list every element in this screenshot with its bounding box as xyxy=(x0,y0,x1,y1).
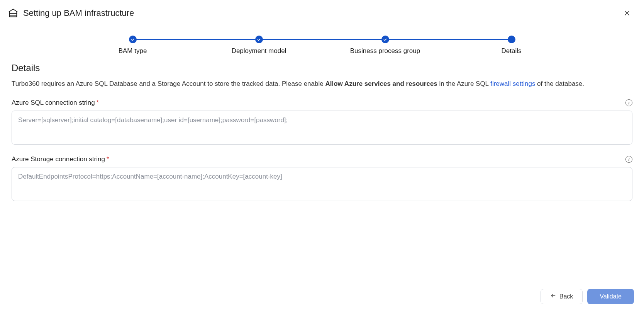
main-content: Details Turbo360 requires an Azure SQL D… xyxy=(0,59,644,203)
desc-text: of the database. xyxy=(535,80,584,87)
validate-button-label: Validate xyxy=(600,293,622,300)
section-heading: Details xyxy=(12,63,632,73)
required-asterisk: * xyxy=(107,156,109,162)
storage-icon xyxy=(8,8,19,19)
step-deployment-model[interactable]: Deployment model xyxy=(196,36,322,55)
storage-connection-label: Azure Storage connection string xyxy=(12,155,105,163)
step-circle-completed xyxy=(129,36,137,43)
field-label-wrap: Azure Storage connection string* xyxy=(12,155,109,163)
wizard-stepper: BAM type Deployment model Business proce… xyxy=(0,24,644,59)
page-title: Setting up BAM infrastructure xyxy=(23,8,134,18)
desc-bold: Allow Azure services and resources xyxy=(325,80,437,87)
storage-connection-input[interactable] xyxy=(12,167,632,201)
label-row: Azure SQL connection string* i xyxy=(12,99,632,107)
step-label: Details xyxy=(502,47,522,55)
step-bam-type[interactable]: BAM type xyxy=(69,36,196,55)
step-label: Deployment model xyxy=(232,47,286,55)
check-icon xyxy=(257,38,261,42)
step-connector xyxy=(385,39,512,40)
validate-button[interactable]: Validate xyxy=(587,289,634,304)
desc-text: in the Azure SQL xyxy=(437,80,490,87)
step-connector xyxy=(133,39,259,40)
back-button[interactable]: Back xyxy=(541,289,583,304)
storage-connection-group: Azure Storage connection string* i xyxy=(12,155,632,203)
step-details[interactable]: Details xyxy=(448,36,575,55)
info-icon[interactable]: i xyxy=(625,156,632,163)
footer-actions: Back Validate xyxy=(541,289,634,304)
arrow-left-icon xyxy=(550,293,556,300)
check-icon xyxy=(383,38,387,42)
step-business-process-group[interactable]: Business process group xyxy=(322,36,448,55)
check-icon xyxy=(130,38,135,42)
step-label: Business process group xyxy=(350,47,420,55)
step-circle-active xyxy=(508,36,515,43)
required-asterisk: * xyxy=(97,99,99,106)
page-header: Setting up BAM infrastructure xyxy=(0,0,644,24)
step-connector xyxy=(259,39,385,40)
sql-connection-input[interactable] xyxy=(12,111,632,145)
sql-connection-group: Azure SQL connection string* i xyxy=(12,99,632,146)
step-label: BAM type xyxy=(119,47,147,55)
info-icon[interactable]: i xyxy=(625,99,632,106)
step-circle-completed xyxy=(255,36,263,43)
desc-text: Turbo360 requires an Azure SQL Database … xyxy=(12,80,325,87)
back-button-label: Back xyxy=(559,293,573,300)
label-row: Azure Storage connection string* i xyxy=(12,155,632,163)
step-circle-completed xyxy=(381,36,389,43)
field-label-wrap: Azure SQL connection string* xyxy=(12,99,99,107)
firewall-settings-link[interactable]: firewall settings xyxy=(490,80,535,87)
sql-connection-label: Azure SQL connection string xyxy=(12,99,95,106)
close-button[interactable] xyxy=(621,7,633,19)
header-left: Setting up BAM infrastructure xyxy=(8,8,134,19)
section-description: Turbo360 requires an Azure SQL Database … xyxy=(12,79,632,89)
